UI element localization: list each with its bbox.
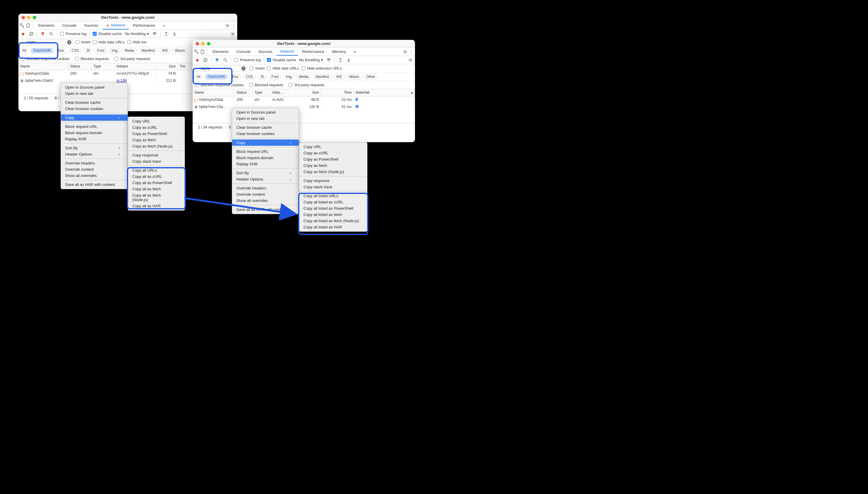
tab-sources[interactable]: Sources <box>81 21 102 30</box>
settings-icon[interactable] <box>225 23 230 28</box>
context-item-copy-all-listed-as-har[interactable]: Copy all listed as HAR <box>299 224 367 230</box>
context-submenu-copy-left[interactable]: Copy URLCopy as cURLCopy as PowerShellCo… <box>128 117 185 211</box>
hide-data-urls-check[interactable]: Hide data URLs <box>93 40 124 44</box>
hide-ext-urls-check[interactable]: Hide ext <box>127 40 146 44</box>
upload-icon[interactable] <box>163 31 169 37</box>
record-icon[interactable]: ◉ <box>20 31 25 37</box>
hide-data-urls-check[interactable]: Hide data URLs <box>267 66 299 71</box>
context-item-copy-url[interactable]: Copy URL <box>299 144 367 150</box>
tab-elements[interactable]: Elements <box>35 21 58 30</box>
col-status[interactable]: Status <box>235 89 253 96</box>
type-media[interactable]: Media <box>122 48 137 53</box>
col-type[interactable]: Type <box>92 63 115 70</box>
context-item-copy[interactable]: Copy› <box>61 114 127 121</box>
context-item-show-all-overrides[interactable]: Show all overrides <box>232 197 299 204</box>
context-item-copy-url[interactable]: Copy URL <box>128 118 184 124</box>
blocked-requests-check[interactable]: Blocked requests <box>75 57 109 61</box>
wifi-icon[interactable] <box>326 57 332 63</box>
type-css[interactable]: CSS <box>243 74 256 79</box>
device-icon[interactable] <box>200 49 205 54</box>
inspect-icon[interactable] <box>194 49 199 54</box>
third-party-check[interactable]: 3rd-party requests <box>115 57 150 61</box>
type-fetch-xhr[interactable]: Fetch/XHR <box>205 74 228 79</box>
device-icon[interactable] <box>25 23 31 28</box>
third-party-check[interactable]: 3rd-party requests <box>289 83 324 87</box>
preserve-log-check[interactable]: Preserve log <box>234 58 261 62</box>
col-size[interactable]: Size <box>157 63 178 70</box>
context-item-copy-all-as-fetch-node-js[interactable]: Copy all as fetch (Node.js) <box>128 192 184 203</box>
more-icon[interactable]: ⋮ <box>409 49 414 54</box>
context-item-copy-as-powershell[interactable]: Copy as PowerShell <box>128 131 184 137</box>
type-ws[interactable]: WS <box>159 48 170 53</box>
throttling-select[interactable]: No throttling ▾ <box>299 58 323 62</box>
table-row[interactable]: { }GetAsyncData 200 xhr rs-AA2 68 B 22 m… <box>193 96 415 103</box>
context-item-clear-browser-cookies[interactable]: Clear browser cookies <box>232 131 299 137</box>
context-item-replay-xhr[interactable]: Replay XHR <box>232 161 299 167</box>
context-item-save-all-as-har-with-content[interactable]: Save all as HAR with content <box>61 182 127 188</box>
context-item-block-request-url[interactable]: Block request URL <box>232 148 299 155</box>
context-item-override-content[interactable]: Override content <box>61 166 127 172</box>
context-menu-right[interactable]: Open in Sources panelOpen in new tabClea… <box>232 108 299 214</box>
context-item-copy-all-listed-as-curl[interactable]: Copy all listed as cURL <box>299 199 367 205</box>
type-font[interactable]: Font <box>95 48 107 53</box>
context-item-copy-as-fetch[interactable]: Copy as fetch <box>128 137 184 143</box>
tab-sources[interactable]: Sources <box>255 48 276 56</box>
col-initiator[interactable]: Initiator <box>115 63 157 70</box>
type-fetch-xhr[interactable]: Fetch/XHR <box>31 48 54 53</box>
type-other[interactable]: Other <box>363 74 378 79</box>
search-icon[interactable] <box>223 57 228 63</box>
context-item-copy-all-listed-as-powershell[interactable]: Copy all listed as PowerShell <box>299 205 367 211</box>
context-item-copy-all-as-curl[interactable]: Copy all as cURL <box>128 173 184 179</box>
blocked-requests-check[interactable]: Blocked requests <box>249 83 283 87</box>
context-item-show-all-overrides[interactable]: Show all overrides <box>61 172 127 179</box>
context-item-copy-response[interactable]: Copy response <box>128 152 184 158</box>
tab-memory[interactable]: Memory <box>329 48 350 56</box>
type-css[interactable]: CSS <box>69 48 81 53</box>
context-item-open-in-new-tab[interactable]: Open in new tab <box>61 90 127 97</box>
col-name[interactable]: Name <box>18 63 68 70</box>
context-item-replay-xhr[interactable]: Replay XHR <box>61 136 127 142</box>
more-icon[interactable]: ⋮ <box>231 23 236 28</box>
filter-input[interactable] <box>20 39 73 45</box>
preserve-log-check[interactable]: Preserve log <box>60 32 86 36</box>
tab-console[interactable]: Console <box>233 48 254 56</box>
context-item-override-headers[interactable]: Override headers <box>61 160 127 166</box>
type-img[interactable]: Img <box>109 48 120 53</box>
context-item-copy-stack-trace[interactable]: Copy stack trace <box>299 184 367 190</box>
type-js[interactable]: JS <box>83 48 93 53</box>
context-menu-left[interactable]: Open in Sources panelOpen in new tabClea… <box>61 83 128 189</box>
type-wasm[interactable]: Wasm <box>172 48 188 53</box>
col-name[interactable]: Name <box>193 89 235 96</box>
context-item-header-options[interactable]: Header Options› <box>232 176 299 182</box>
search-icon[interactable] <box>48 31 54 37</box>
disable-cache-check[interactable]: Disable cache <box>267 58 296 62</box>
context-item-save-all-as-har-with-content[interactable]: Save all as HAR with content <box>232 206 299 213</box>
settings-icon[interactable] <box>408 57 413 63</box>
clear-icon[interactable] <box>203 57 208 63</box>
context-submenu-copy-right[interactable]: Copy URLCopy as cURLCopy as PowerShellCo… <box>299 142 368 232</box>
hide-ext-urls-check[interactable]: Hide extension URLs <box>301 66 342 71</box>
context-item-open-in-sources-panel[interactable]: Open in Sources panel <box>232 109 299 115</box>
context-item-copy-response[interactable]: Copy response <box>299 177 367 184</box>
context-item-copy-all-listed-urls[interactable]: Copy all listed URLs <box>299 193 367 199</box>
type-manifest[interactable]: Manifest <box>313 74 332 79</box>
col-type[interactable]: Type <box>253 89 271 96</box>
filter-icon[interactable] <box>40 31 45 37</box>
type-ws[interactable]: WS <box>334 74 344 79</box>
tab-network[interactable]: Network <box>277 48 298 56</box>
clear-icon[interactable] <box>28 31 34 37</box>
clear-filter-icon[interactable]: ✕ <box>67 40 71 44</box>
wifi-icon[interactable] <box>152 31 157 37</box>
context-item-copy-all-as-powershell[interactable]: Copy all as PowerShell <box>128 179 184 186</box>
context-item-sort-by[interactable]: Sort By› <box>232 170 299 176</box>
context-item-copy-all-listed-as-fetch[interactable]: Copy all listed as fetch <box>299 211 367 218</box>
tab-console[interactable]: Console <box>59 21 80 30</box>
blocked-cookies-check[interactable]: Blocked response cookies <box>195 83 244 87</box>
tabs-more[interactable]: » <box>350 48 359 56</box>
context-item-block-request-url[interactable]: Block request URL <box>61 124 127 130</box>
type-doc[interactable]: Doc <box>55 48 67 53</box>
context-item-override-content[interactable]: Override content <box>232 191 299 197</box>
context-item-header-options[interactable]: Header Options› <box>61 151 127 157</box>
context-item-copy-as-powershell[interactable]: Copy as PowerShell <box>299 156 367 163</box>
col-time[interactable]: Time <box>321 89 354 96</box>
